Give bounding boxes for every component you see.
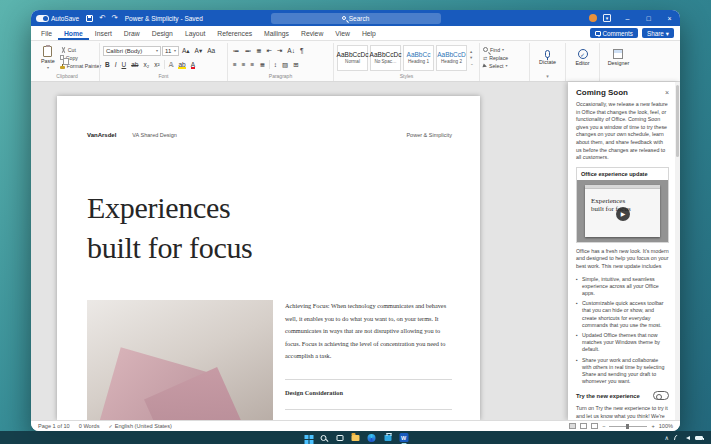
numbered-list-button[interactable]: ≕ [243,45,254,56]
search-input[interactable]: Search [271,13,441,24]
zoom-slider[interactable] [609,426,647,427]
borders-button[interactable]: ⊞ [291,59,300,70]
paragraph-group-label[interactable]: Paragraph [231,72,330,81]
italic-button[interactable]: I [113,59,119,70]
font-color-button[interactable]: A [189,59,197,70]
justify-button[interactable]: ≣ [257,59,266,70]
editor-button[interactable]: ✓ Editor [572,49,592,66]
tab-draw[interactable]: Draw [118,26,146,40]
strikethrough-button[interactable]: ab [129,59,140,70]
try-new-experience-toggle[interactable] [653,391,669,400]
tray-battery-icon[interactable] [695,436,703,440]
find-button[interactable]: Find ▾ [483,47,508,53]
styles-gallery-expand-icon[interactable]: ⌄ [470,61,474,66]
word-count[interactable]: 0 Words [79,423,100,429]
font-group-label[interactable]: Font [103,72,224,81]
share-button[interactable]: Share ▾ [642,28,674,38]
styles-scroll-up-icon[interactable]: ▴ [470,49,474,54]
zoom-in-button[interactable]: + [651,423,654,429]
document-title[interactable]: Power & Simplicity - Saved [125,15,203,22]
sort-button[interactable]: A↓ [285,45,297,56]
tab-insert[interactable]: Insert [89,26,118,40]
replace-button[interactable]: ⇄ Replace [483,55,508,61]
redo-icon[interactable]: ↷ [111,10,117,26]
show-paragraph-marks-button[interactable]: ¶ [298,45,306,56]
autosave-switch-icon[interactable] [36,15,49,22]
align-center-button[interactable]: ≡ [240,59,248,70]
header-brand[interactable]: VanArsdel [87,132,116,138]
superscript-button[interactable]: x² [152,59,161,70]
shrink-font-button[interactable]: A▾ [193,45,205,56]
align-left-button[interactable]: ≡ [231,59,239,70]
designer-button[interactable]: Designer [605,49,633,66]
tab-references[interactable]: References [211,26,258,40]
tab-view[interactable]: View [329,26,356,40]
undo-icon[interactable]: ↶ [99,10,105,26]
play-icon[interactable]: ▶ [616,207,630,221]
dictate-button[interactable]: Dictate [536,50,559,65]
font-size-select[interactable]: 11 ▾ [162,46,179,56]
panel-close-icon[interactable]: × [665,89,669,96]
clipboard-group-label[interactable]: Clipboard [38,72,96,81]
edge-button[interactable] [367,433,376,442]
highlight-color-button[interactable]: ab [176,59,187,70]
account-avatar[interactable] [589,14,597,22]
zoom-out-button[interactable]: − [602,423,605,429]
close-button[interactable]: × [659,10,680,26]
panel-scrollbar[interactable] [675,82,680,420]
font-name-select[interactable]: Calibri (Body) ▾ [103,46,161,56]
read-mode-icon[interactable] [569,423,576,429]
panel-scrollbar-thumb[interactable] [676,85,679,157]
tab-home[interactable]: Home [58,26,89,40]
tab-review[interactable]: Review [295,26,329,40]
bold-button[interactable]: B [103,59,112,70]
header-right[interactable]: Power & Simplicity [406,132,452,138]
page-indicator[interactable]: Page 1 of 10 [38,423,70,429]
autosave-toggle[interactable]: AutoSave [36,15,79,22]
tab-layout[interactable]: Layout [179,26,211,40]
paste-button[interactable]: Paste ▾ [38,46,58,70]
task-view-button[interactable] [335,433,344,442]
text-effects-button[interactable]: 𝔸 [167,59,176,70]
tray-volume-icon[interactable] [686,436,690,440]
tab-file[interactable]: File [35,26,58,40]
shading-button[interactable]: ▨ [280,59,290,70]
styles-group-label[interactable]: Styles [337,72,476,81]
grow-font-button[interactable]: A▴ [180,45,192,56]
store-button[interactable] [383,433,392,442]
save-icon[interactable] [86,15,93,22]
line-spacing-button[interactable]: ↕ [272,59,279,70]
minimize-button[interactable]: – [617,10,638,26]
tray-chevron-icon[interactable]: ∧ [665,434,669,441]
zoom-level[interactable]: 100% [659,423,673,429]
tab-help[interactable]: Help [356,26,382,40]
file-explorer-button[interactable] [351,433,360,442]
style-normal[interactable]: AaBbCcDc Normal [337,45,368,71]
ribbon-display-options-icon[interactable]: ▾ [603,14,611,22]
body-paragraph[interactable]: Achieving Focus: When technology communi… [285,300,452,363]
word-taskbar-button[interactable]: W [399,433,408,442]
styles-scroll-down-icon[interactable]: ▾ [470,55,474,60]
underline-button[interactable]: U [120,59,129,70]
comments-button[interactable]: Comments [590,28,638,38]
print-layout-icon[interactable] [580,423,587,429]
taskbar-search-button[interactable] [319,433,328,442]
style-no-spacing[interactable]: AaBbCcDc No Spac… [370,45,401,71]
increase-indent-button[interactable]: ⇥ [275,45,284,56]
document-image[interactable] [87,300,273,420]
tab-mailings[interactable]: Mailings [258,26,295,40]
zoom-slider-knob[interactable] [626,424,629,429]
style-heading-1[interactable]: AaBbCc Heading 1 [403,45,434,71]
document-page[interactable]: VanArsdel VA Shared Design Power & Simpl… [57,96,480,420]
style-heading-2[interactable]: AaBbCcD Heading 2 [436,45,467,71]
section-heading[interactable]: Design Consideration [285,379,452,400]
tray-network-icon[interactable] [674,435,681,440]
bullet-list-button[interactable]: ≔ [231,45,242,56]
tab-design[interactable]: Design [146,26,179,40]
maximize-button[interactable]: □ [638,10,659,26]
feature-video-thumbnail[interactable]: Experiences built for focus ▶ [577,180,668,242]
subscript-button[interactable]: x₂ [141,59,151,70]
align-right-button[interactable]: ≡ [249,59,257,70]
multilevel-list-button[interactable]: ≣ [254,45,263,56]
header-center[interactable]: VA Shared Design [132,132,177,138]
